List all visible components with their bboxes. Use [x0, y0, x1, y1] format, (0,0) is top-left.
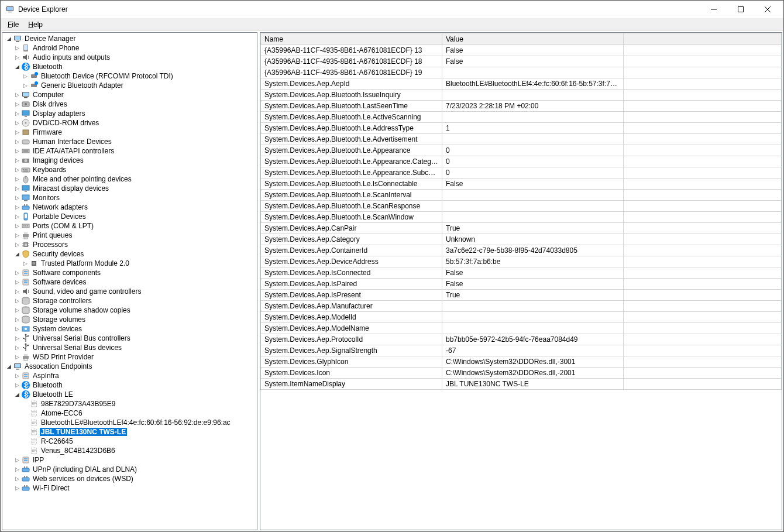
tree-node[interactable]: ▷Bluetooth [2, 380, 257, 390]
tree-node[interactable]: ◢Bluetooth [2, 62, 257, 71]
expander-closed-icon[interactable]: ▷ [13, 456, 21, 464]
column-extra[interactable] [624, 33, 782, 45]
tree-node[interactable]: ▷Computer [2, 90, 257, 99]
expander-closed-icon[interactable]: ▷ [21, 259, 29, 267]
table-row[interactable]: System.Devices.Aep.ModelName [261, 323, 782, 334]
table-row[interactable]: System.ItemNameDisplayJBL TUNE130NC TWS-… [261, 379, 782, 390]
expander-closed-icon[interactable]: ▷ [13, 100, 21, 108]
table-row[interactable]: System.Devices.Aep.Bluetooth.Le.ActiveSc… [261, 112, 782, 123]
tree-node[interactable]: ▷Network adapters [2, 202, 257, 212]
expander-closed-icon[interactable]: ▷ [13, 184, 21, 193]
tree-node[interactable]: ▷IDE ATA/ATAPI controllers [2, 146, 257, 156]
tree-node[interactable]: ▷Mice and other pointing devices [2, 174, 257, 184]
table-row[interactable]: System.Devices.Aep.Bluetooth.Le.ScanInte… [261, 190, 782, 201]
table-row[interactable]: System.Devices.Aep.Bluetooth.Le.ScanWind… [261, 212, 782, 223]
column-value[interactable]: Value [442, 33, 624, 45]
tree-node[interactable]: ▷Storage volume shadow copies [2, 306, 257, 315]
tree-node[interactable]: ▷Display adapters [2, 109, 257, 118]
tree-node[interactable]: ▷Audio inputs and outputs [2, 53, 257, 62]
expander-open-icon[interactable]: ◢ [5, 362, 13, 370]
table-row[interactable]: System.Devices.Aep.IsConnectedFalse [261, 267, 782, 279]
table-row[interactable]: System.Devices.Aep.Bluetooth.Le.Advertis… [261, 134, 782, 145]
expander-closed-icon[interactable]: ▷ [21, 81, 29, 90]
tree-node[interactable]: ▷Universal Serial Bus controllers [2, 334, 257, 343]
expander-closed-icon[interactable]: ▷ [13, 175, 21, 183]
tree-node[interactable]: ▷Software devices [2, 277, 257, 287]
tree-node[interactable]: Atome-ECC6 [2, 409, 257, 418]
expander-closed-icon[interactable]: ▷ [13, 241, 21, 249]
tree-node[interactable]: ▷Web services on devices (WSD) [2, 474, 257, 483]
tree-node[interactable]: ▷DVD/CD-ROM drives [2, 118, 257, 128]
tree-node[interactable]: ◢Bluetooth LE [2, 390, 257, 399]
table-row[interactable]: System.Devices.Aep.Bluetooth.Le.AddressT… [261, 123, 782, 134]
table-row[interactable]: System.Devices.Aep.IsPairedFalse [261, 279, 782, 290]
tree-node[interactable]: ▷Imaging devices [2, 156, 257, 165]
table-row[interactable]: System.Devices.Aep.IsPresentTrue [261, 290, 782, 301]
tree-node[interactable]: ▷UPnP (including DIAL and DLNA) [2, 465, 257, 474]
expander-closed-icon[interactable]: ▷ [13, 222, 21, 230]
table-row[interactable]: {A35996AB-11CF-4935-8B61-A6761081ECDF} 1… [261, 56, 782, 67]
tree-node[interactable]: ▷Miracast display devices [2, 184, 257, 193]
tree-node[interactable]: ▷Trusted Platform Module 2.0 [2, 259, 257, 268]
expander-closed-icon[interactable]: ▷ [13, 194, 21, 202]
tree-node[interactable]: BluetoothLE#BluetoothLEf4:4e:fc:60:6f:16… [2, 418, 257, 427]
expander-closed-icon[interactable]: ▷ [13, 91, 21, 99]
tree-node[interactable]: ▷Keyboards [2, 165, 257, 174]
table-row[interactable]: System.Devices.Aep.ModelId [261, 312, 782, 323]
column-name[interactable]: Name [261, 33, 442, 45]
expander-closed-icon[interactable]: ▷ [13, 119, 21, 127]
table-row[interactable]: System.Devices.Aep.AepIdBluetoothLE#Blue… [261, 78, 782, 90]
expander-open-icon[interactable]: ◢ [13, 390, 21, 399]
table-row[interactable]: System.Devices.Aep.ProtocolIdbb7bb05e-59… [261, 334, 782, 345]
expander-open-icon[interactable]: ◢ [13, 63, 21, 71]
tree-node[interactable]: ▷Firmware [2, 128, 257, 137]
tree-node[interactable]: ▷Universal Serial Bus devices [2, 343, 257, 352]
titlebar[interactable]: Device Explorer [1, 1, 783, 18]
expander-closed-icon[interactable]: ▷ [13, 297, 21, 305]
expander-closed-icon[interactable]: ▷ [13, 381, 21, 389]
expander-closed-icon[interactable]: ▷ [13, 128, 21, 136]
expander-closed-icon[interactable]: ▷ [13, 231, 21, 239]
tree-node[interactable]: R-C26645 [2, 437, 257, 446]
table-row[interactable]: System.Devices.Aep.Bluetooth.IssueInquir… [261, 90, 782, 101]
table-row[interactable]: System.Devices.Aep.Bluetooth.Le.Appearan… [261, 156, 782, 167]
tree-node[interactable]: ▷Portable Devices [2, 212, 257, 221]
expander-closed-icon[interactable]: ▷ [13, 325, 21, 333]
expander-closed-icon[interactable]: ▷ [13, 203, 21, 211]
maximize-button[interactable] [727, 1, 754, 18]
expander-closed-icon[interactable]: ▷ [13, 138, 21, 146]
tree-node[interactable]: ▷AspInfra [2, 371, 257, 380]
close-button[interactable] [754, 1, 781, 18]
expander-closed-icon[interactable]: ▷ [13, 53, 21, 61]
tree-node[interactable]: ▷WSD Print Provider [2, 352, 257, 362]
expander-closed-icon[interactable]: ▷ [13, 212, 21, 221]
expander-closed-icon[interactable]: ▷ [13, 353, 21, 361]
table-row[interactable]: System.Devices.Aep.SignalStrength-67 [261, 345, 782, 356]
expander-open-icon[interactable]: ◢ [13, 250, 21, 258]
tree-pane[interactable]: ◢Device Manager▷Android Phone▷Audio inpu… [2, 32, 257, 530]
tree-node[interactable]: ▷Storage controllers [2, 296, 257, 306]
expander-closed-icon[interactable]: ▷ [13, 475, 21, 483]
tree-node[interactable]: ▷Software components [2, 268, 257, 277]
table-row[interactable]: {A35996AB-11CF-4935-8B61-A6761081ECDF} 1… [261, 45, 782, 56]
tree-node[interactable]: ◢Security devices [2, 249, 257, 259]
tree-node[interactable]: ◢Device Manager [2, 34, 257, 43]
table-row[interactable]: System.Devices.IconC:\Windows\System32\D… [261, 368, 782, 379]
tree-node[interactable]: ▷Monitors [2, 193, 257, 202]
expander-closed-icon[interactable]: ▷ [13, 306, 21, 314]
tree-node[interactable]: ▷Disk drives [2, 99, 257, 109]
table-row[interactable]: System.Devices.Aep.Bluetooth.Le.Appearan… [261, 167, 782, 179]
tree-node[interactable]: ▷Generic Bluetooth Adapter [2, 81, 257, 90]
expander-closed-icon[interactable]: ▷ [13, 44, 21, 52]
tree-node[interactable]: ▷Ports (COM & LPT) [2, 221, 257, 231]
tree-node[interactable]: ▷Processors [2, 240, 257, 249]
table-row[interactable]: System.Devices.Aep.Bluetooth.Le.ScanResp… [261, 201, 782, 212]
expander-closed-icon[interactable]: ▷ [13, 109, 21, 118]
expander-closed-icon[interactable]: ▷ [13, 465, 21, 473]
tree-node[interactable]: ◢Assocation Endpoints [2, 362, 257, 371]
table-row[interactable]: System.Devices.Aep.ContainerId3a7c6e22-c… [261, 245, 782, 256]
minimize-button[interactable] [700, 1, 727, 18]
tree-node[interactable]: Venus_8C4B1423D6B6 [2, 446, 257, 455]
tree-node[interactable]: ▷Sound, video and game controllers [2, 287, 257, 296]
expander-open-icon[interactable]: ◢ [5, 35, 13, 43]
